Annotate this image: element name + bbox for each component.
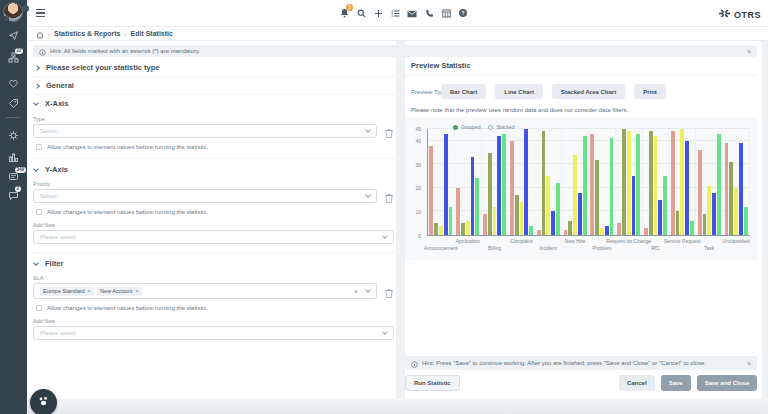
section-y-axis[interactable]: Y-Axis bbox=[33, 158, 394, 177]
tag-close-icon[interactable]: × bbox=[135, 288, 139, 294]
lists-button[interactable] bbox=[390, 8, 400, 18]
sidebar-item-chat[interactable]: 2 bbox=[8, 190, 19, 201]
bar-series-3 bbox=[734, 188, 738, 235]
allow-changes-checkbox[interactable] bbox=[36, 144, 42, 150]
bar-series-5 bbox=[663, 176, 667, 235]
cancel-button[interactable]: Cancel bbox=[619, 375, 655, 391]
chevron-down-icon bbox=[365, 127, 371, 133]
chat-fab-button[interactable] bbox=[30, 389, 57, 414]
sidebar-item-send[interactable] bbox=[8, 30, 19, 41]
section-x-axis[interactable]: X-Axis bbox=[33, 95, 394, 112]
add-button[interactable] bbox=[373, 8, 383, 18]
bar-series-3 bbox=[707, 186, 711, 235]
delete-filter-button[interactable] bbox=[384, 285, 394, 297]
close-icon[interactable]: × bbox=[747, 48, 751, 55]
bar-series-5 bbox=[717, 134, 721, 235]
phone-button[interactable] bbox=[424, 8, 434, 18]
sidebar-item-tags[interactable] bbox=[8, 98, 19, 109]
checkbox-label: Allow changes to element values before r… bbox=[47, 144, 208, 150]
sidebar-item-settings[interactable] bbox=[8, 130, 19, 141]
menu-icon[interactable] bbox=[36, 9, 45, 17]
save-button[interactable]: Save bbox=[661, 375, 691, 391]
bar-series-5 bbox=[690, 221, 694, 235]
bar-series-1 bbox=[510, 141, 514, 235]
allow-changes-checkbox[interactable] bbox=[36, 305, 42, 311]
otrs-logo: OTRS bbox=[718, 6, 761, 24]
statistic-form: Please select your statistic type Genera… bbox=[33, 59, 394, 340]
breadcrumb-item-statistics[interactable]: Statistics & Reports bbox=[54, 30, 121, 37]
section-filter[interactable]: Filter bbox=[33, 252, 394, 271]
bar-series-4 bbox=[551, 211, 555, 235]
mandatory-hint-bar: Hint: All fields marked with an asterisk… bbox=[33, 45, 757, 57]
line-chart-button[interactable]: Line Chart bbox=[495, 84, 543, 99]
section-statistic-type[interactable]: Please select your statistic type bbox=[33, 59, 394, 77]
bar-series-5 bbox=[475, 178, 479, 235]
bottom-scroll-band[interactable] bbox=[27, 399, 768, 414]
xaxis-type-select[interactable]: Select… bbox=[33, 124, 377, 138]
run-statistic-button[interactable]: Run Statistic bbox=[405, 375, 460, 391]
yaxis-priority-select[interactable]: Select… bbox=[33, 189, 377, 203]
bar-series-2 bbox=[595, 160, 599, 235]
top-bar: 1 bbox=[27, 0, 768, 27]
breadcrumb-separator: › bbox=[48, 31, 50, 37]
allow-changes-checkbox[interactable] bbox=[36, 209, 42, 215]
grouped-radio[interactable] bbox=[453, 125, 458, 130]
stacked-area-chart-button[interactable]: Stacked Area Chart bbox=[552, 84, 625, 99]
sidebar-item-favorites[interactable] bbox=[8, 78, 19, 89]
search-button[interactable] bbox=[356, 8, 366, 18]
delete-xaxis-button[interactable] bbox=[384, 125, 394, 137]
section-general[interactable]: General bbox=[33, 77, 394, 95]
bar-chart-button[interactable]: Bar Chart bbox=[441, 84, 486, 99]
bar-series-3 bbox=[439, 226, 443, 235]
xaxis-allow-changes-row: Allow changes to element values before r… bbox=[33, 144, 394, 150]
stacked-radio[interactable] bbox=[488, 125, 493, 130]
sidebar-toggle[interactable] bbox=[22, 5, 29, 12]
notifications-button[interactable]: 1 bbox=[339, 8, 349, 18]
logo-text: OTRS bbox=[734, 10, 761, 20]
x-category-label: Problem bbox=[575, 245, 629, 251]
print-button[interactable]: Print bbox=[634, 84, 666, 99]
column-divider bbox=[396, 41, 405, 399]
tag-close-icon[interactable]: × bbox=[88, 288, 92, 294]
sidebar-item-customers[interactable]: 22 bbox=[8, 52, 19, 63]
info-icon bbox=[411, 354, 418, 372]
close-icon[interactable]: × bbox=[747, 360, 751, 367]
email-button[interactable] bbox=[407, 8, 417, 18]
bar-group: Request for Change bbox=[616, 129, 643, 235]
section-label: X-Axis bbox=[45, 99, 68, 108]
y-tick-label: 45 bbox=[415, 126, 421, 132]
sidebar-item-tickets[interactable]: 349 bbox=[8, 171, 19, 182]
board-button[interactable] bbox=[441, 8, 451, 18]
bar-group: Service Request bbox=[669, 129, 696, 235]
filter-add-new-select[interactable]: Please select bbox=[33, 326, 394, 340]
sla-tag: Europe Standard × bbox=[40, 287, 94, 296]
x-category-label: Unclassified bbox=[709, 238, 763, 244]
section-label: Please select your statistic type bbox=[46, 63, 159, 72]
heart-icon bbox=[8, 78, 19, 89]
yaxis-add-new-select[interactable]: Please select bbox=[33, 230, 394, 244]
tag-label: New Account bbox=[100, 288, 132, 294]
home-icon[interactable] bbox=[36, 25, 44, 43]
bar-series-1 bbox=[671, 131, 675, 235]
bar-group: Complaint bbox=[508, 129, 535, 235]
sla-field-label: SLA bbox=[33, 275, 394, 281]
save-and-close-button[interactable]: Save and Close bbox=[697, 375, 757, 391]
x-category-label: Incident bbox=[521, 245, 575, 251]
x-category-label: Billing bbox=[468, 245, 522, 251]
clear-selection-icon[interactable]: × bbox=[354, 288, 358, 295]
chat-badge: 2 bbox=[15, 186, 21, 192]
select-placeholder: Select… bbox=[40, 128, 63, 134]
bar-series-4 bbox=[524, 129, 528, 235]
bar-series-3 bbox=[466, 221, 470, 235]
delete-yaxis-button[interactable] bbox=[384, 190, 394, 202]
bar-series-4 bbox=[497, 136, 501, 235]
bar-series-5 bbox=[744, 207, 748, 235]
bar-series-3 bbox=[654, 136, 658, 235]
bar-group: RfC bbox=[643, 129, 670, 235]
filter-sla-multiselect[interactable]: Europe Standard × New Account × × bbox=[33, 283, 377, 299]
help-button[interactable]: ? bbox=[458, 8, 468, 18]
scrollbar-track[interactable] bbox=[762, 41, 768, 399]
sidebar-item-statistics[interactable] bbox=[8, 152, 19, 163]
type-field-label: Type bbox=[33, 116, 394, 122]
bar-series-4 bbox=[658, 200, 662, 235]
